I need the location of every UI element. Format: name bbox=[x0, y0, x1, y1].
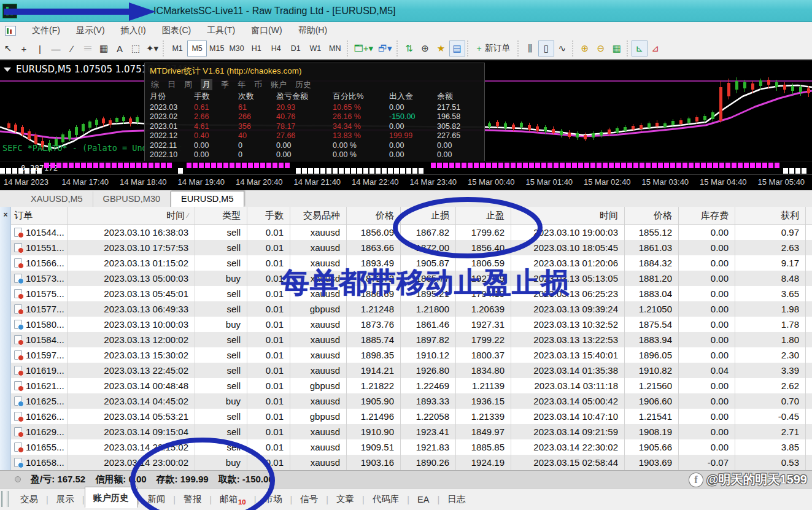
menu-item[interactable]: 文件(F) bbox=[32, 25, 60, 36]
line-chart-type-icon[interactable]: ∿ bbox=[554, 41, 570, 56]
chart-tab-eurusd-m5[interactable]: EURUSD,M5 bbox=[171, 191, 244, 207]
menu-item[interactable]: 显示(V) bbox=[76, 25, 105, 36]
table-row[interactable]: 101629...2023.03.14 09:15:04sell0.01xauu… bbox=[11, 424, 812, 439]
fibonacci-tool-icon[interactable]: 𝄘 bbox=[80, 41, 96, 56]
terminal-tab-4[interactable]: 警报 bbox=[176, 490, 209, 508]
table-row[interactable]: 101625...2023.03.14 04:45:02buy0.01xauus… bbox=[11, 393, 812, 409]
terminal-tab-7[interactable]: 信号 bbox=[292, 490, 326, 508]
terminal-tab-5[interactable]: 邮箱10 bbox=[212, 490, 254, 508]
mtdriver-stats-panel[interactable]: MTDriver统计 V1.61 (http://chaokes.com) 综日… bbox=[144, 63, 485, 162]
table-row[interactable]: 101577...2023.03.13 06:49:33sell0.01gbpu… bbox=[11, 301, 812, 317]
stats-tab-周[interactable]: 周 bbox=[184, 79, 192, 90]
table-row[interactable]: 101658...2023.03.14 23:00:02buy0.01xauus… bbox=[11, 455, 812, 470]
menu-item[interactable]: 帮助(H) bbox=[298, 25, 327, 36]
zoom-out-icon[interactable]: ⊖ bbox=[593, 41, 609, 56]
new-chart-button[interactable]: 🗔+▾ bbox=[352, 41, 376, 56]
timeframe-d1[interactable]: D1 bbox=[286, 41, 306, 56]
timeframe-w1[interactable]: W1 bbox=[306, 41, 325, 56]
stats-tab-月[interactable]: 月 bbox=[201, 79, 212, 90]
table-row[interactable]: 101566...2023.03.13 01:15:02sell0.01xauu… bbox=[11, 255, 812, 271]
profiles-button[interactable]: 🗗▾ bbox=[376, 41, 395, 56]
stats-tab-币[interactable]: 币 bbox=[254, 79, 262, 90]
timeframe-m30[interactable]: M30 bbox=[226, 41, 246, 56]
table-row[interactable]: 101573...2023.03.13 05:00:03buy0.01xauus… bbox=[11, 271, 812, 286]
terminal-tab-3[interactable]: 新闻 bbox=[139, 490, 173, 508]
history-col-header[interactable]: 价格 bbox=[625, 207, 679, 224]
history-col-header[interactable]: 获利 bbox=[735, 207, 806, 224]
panel-grip[interactable] bbox=[1, 491, 9, 507]
chevron-down-icon[interactable] bbox=[4, 68, 11, 72]
history-col-header[interactable]: 止损 bbox=[401, 207, 456, 224]
chart-shift-icon[interactable]: ⊿ bbox=[648, 41, 663, 56]
table-row[interactable]: 101584...2023.03.13 12:00:02sell0.01xauu… bbox=[11, 332, 812, 347]
menu-item[interactable]: 插入(I) bbox=[121, 25, 146, 36]
history-col-header[interactable]: 手数 bbox=[247, 207, 290, 224]
price-chart[interactable]: EURUSD,M5 1.07505 1.07510 1.07497 — SEFC… bbox=[0, 60, 812, 161]
history-col-header[interactable]: 时间∕ bbox=[68, 207, 195, 224]
table-row[interactable]: 101580...2023.03.13 10:00:03buy0.01xauus… bbox=[11, 317, 812, 332]
crosshair-tool-icon[interactable]: + bbox=[16, 41, 32, 56]
vertical-line-tool-icon[interactable]: | bbox=[32, 41, 48, 56]
table-row[interactable]: 101626...2023.03.14 05:53:21sell0.01gbpu… bbox=[11, 409, 812, 424]
grid-tool-icon[interactable]: ▦ bbox=[96, 41, 112, 56]
timeframe-m5[interactable]: M5 bbox=[187, 41, 207, 56]
menu-item[interactable]: 图表(C) bbox=[162, 25, 191, 36]
label-tool-icon[interactable]: ⬚ bbox=[128, 41, 144, 56]
history-col-header[interactable]: 交易品种 bbox=[290, 207, 347, 224]
text-tool-icon[interactable]: A bbox=[112, 41, 128, 56]
zoom-in-icon[interactable]: ⊕ bbox=[577, 41, 593, 56]
table-row[interactable]: 101597...2023.03.13 15:30:02sell0.01xauu… bbox=[11, 347, 812, 363]
data-window-icon[interactable]: ▤ bbox=[449, 41, 465, 56]
cursor-tool-icon[interactable]: ↖ bbox=[0, 41, 16, 56]
terminal-tab-11[interactable]: 日志 bbox=[439, 490, 473, 508]
favorites-icon[interactable]: ★ bbox=[433, 41, 449, 56]
title-bar[interactable]: ICMarketsSC-Live11 - Raw Trading Ltd - [… bbox=[0, 0, 812, 22]
timeframe-h1[interactable]: H1 bbox=[247, 41, 266, 56]
timeframe-m15[interactable]: M15 bbox=[207, 41, 226, 56]
chart-tab-gbpusd-m30[interactable]: GBPUSD,M30 bbox=[93, 191, 171, 207]
stats-tab-季[interactable]: 季 bbox=[221, 79, 229, 90]
table-row[interactable]: 101655...2023.03.14 22:15:02sell0.01xauu… bbox=[11, 439, 812, 455]
stats-tab-账户[interactable]: 账户 bbox=[271, 79, 287, 90]
terminal-tab-2[interactable]: 账户历史 bbox=[85, 487, 137, 508]
history-col-header[interactable]: 止盈 bbox=[456, 207, 511, 224]
candle-chart-type-icon[interactable]: ▯ bbox=[538, 41, 554, 56]
terminal-tab-6[interactable]: 市场 bbox=[256, 490, 290, 508]
navigator-icon[interactable]: ⊕ bbox=[417, 41, 433, 56]
table-row[interactable]: 101619...2023.03.13 22:45:02sell0.01xauu… bbox=[11, 363, 812, 378]
history-col-header[interactable]: 价格 bbox=[347, 207, 401, 224]
bar-chart-type-icon[interactable]: ⫼ bbox=[522, 41, 538, 56]
timeframe-m1[interactable]: M1 bbox=[168, 41, 187, 56]
timeframe-h4[interactable]: H4 bbox=[266, 41, 286, 56]
menu-item[interactable]: 工具(T) bbox=[207, 25, 235, 36]
history-col-header[interactable]: 库存费 bbox=[679, 207, 735, 224]
trendline-tool-icon[interactable]: ∕ bbox=[64, 41, 80, 56]
history-col-header[interactable]: 时间 bbox=[511, 207, 625, 224]
chart-tab-xauusd-m5[interactable]: XAUUSD,M5 bbox=[21, 191, 93, 207]
timeframe-mn[interactable]: MN bbox=[325, 41, 345, 56]
terminal-tab-8[interactable]: 文章 bbox=[328, 490, 362, 508]
history-col-header[interactable]: 订单 bbox=[11, 207, 68, 224]
stats-tab-历史[interactable]: 历史 bbox=[295, 79, 311, 90]
new-order-button[interactable]: +新订单 bbox=[472, 41, 516, 56]
indicators-icon[interactable]: ⇅ bbox=[401, 41, 417, 56]
close-icon[interactable]: × bbox=[1, 211, 10, 219]
terminal-tab-1[interactable]: 展示 bbox=[48, 490, 82, 508]
terminal-tab-0[interactable]: 交易 bbox=[12, 490, 46, 508]
table-row[interactable]: 101621...2023.03.14 00:48:48sell0.01gbpu… bbox=[11, 378, 812, 393]
terminal-tab-9[interactable]: 代码库 bbox=[365, 490, 408, 508]
shapes-tool-icon[interactable]: ✦▾ bbox=[144, 41, 161, 56]
history-col-header[interactable]: 类型 bbox=[195, 207, 247, 224]
menu-item[interactable]: 窗口(W) bbox=[251, 25, 282, 36]
horizontal-line-tool-icon[interactable]: — bbox=[48, 41, 64, 56]
time-axis[interactable]: 14 Mar 202314 Mar 17:4014 Mar 18:4014 Ma… bbox=[0, 174, 812, 189]
stats-tab-年[interactable]: 年 bbox=[238, 79, 246, 90]
table-row[interactable]: 101551...2023.03.10 17:57:53sell0.01xauu… bbox=[11, 240, 812, 255]
auto-scroll-icon[interactable]: ⊾ bbox=[632, 41, 648, 56]
tile-windows-icon[interactable]: ▦ bbox=[609, 41, 625, 56]
stats-tab-日[interactable]: 日 bbox=[168, 79, 176, 90]
stats-tab-综[interactable]: 综 bbox=[151, 79, 159, 90]
terminal-tab-ea[interactable]: EA bbox=[409, 492, 437, 508]
table-row[interactable]: 101544...2023.03.10 16:38:03sell0.01xauu… bbox=[11, 225, 812, 240]
table-row[interactable]: 101575...2023.03.13 05:45:01sell0.01xauu… bbox=[11, 286, 812, 301]
